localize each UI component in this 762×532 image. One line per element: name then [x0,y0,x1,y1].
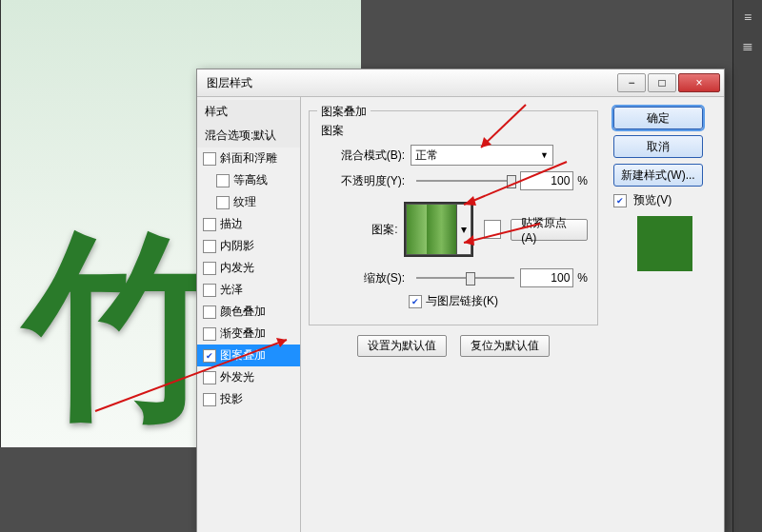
window-close-button[interactable]: × [678,73,720,92]
square-icon: □ [658,76,665,89]
close-icon: × [695,76,702,89]
cancel-button[interactable]: 取消 [613,135,703,158]
opacity-unit: % [577,174,588,187]
preview-swatch [637,216,692,271]
checkbox-bevel[interactable] [203,152,216,166]
list-item-pattern-overlay[interactable]: ✔图案叠加 [197,345,300,366]
blend-mode-value: 正常 [415,148,438,164]
blend-mode-label: 混合模式(B): [319,148,405,164]
pattern-label: 图案: [319,222,398,238]
section-title: 图案叠加 [317,104,371,120]
new-pattern-icon[interactable] [484,220,502,239]
pattern-overlay-fieldset: 图案叠加 图案 混合模式(B): 正常 ▼ 不透明度(Y): 100 % [309,110,598,325]
chevron-down-icon: ▾ [461,223,467,236]
pattern-swatch[interactable] [406,204,457,255]
pattern-dropdown-button[interactable]: ▾ [457,204,471,255]
dialog-buttons-column: 确定 取消 新建样式(W)... ✔ 预览(V) [606,97,724,532]
scale-slider[interactable] [416,269,514,286]
blending-options-header[interactable]: 混合选项:默认 [197,124,300,148]
checkbox-drop-shadow[interactable] [203,393,216,406]
list-item-outer-glow[interactable]: 外发光 [197,366,300,388]
minus-icon: − [628,76,634,89]
opacity-slider[interactable] [416,172,514,189]
checkbox-stroke[interactable] [203,218,216,231]
list-item-inner-shadow[interactable]: 内阴影 [197,235,300,257]
panel-icon-1[interactable]: ≡ [736,6,759,29]
list-item-contour[interactable]: 等高线 [197,169,300,191]
group-label: 图案 [321,123,588,139]
checkbox-color-overlay[interactable] [203,305,216,319]
scale-label: 缩放(S): [319,270,405,286]
list-item-satin[interactable]: 光泽 [197,279,300,301]
ok-button[interactable]: 确定 [613,107,703,129]
effects-list: 样式 混合选项:默认 斜面和浮雕 等高线 纹理 描边 内阴影 内发光 光泽 颜色… [197,97,301,532]
checkbox-gradient-overlay[interactable] [203,327,216,341]
settings-panel: 图案叠加 图案 混合模式(B): 正常 ▼ 不透明度(Y): 100 % [301,97,606,532]
make-default-button[interactable]: 设置为默认值 [357,335,447,357]
list-item-texture[interactable]: 纹理 [197,191,300,213]
checkbox-preview[interactable]: ✔ [613,194,627,207]
list-item-inner-glow[interactable]: 内发光 [197,257,300,279]
text-layer-char: 竹 [25,195,225,464]
snap-to-origin-button[interactable]: 贴紧原点(A) [511,219,588,241]
checkbox-pattern-overlay[interactable]: ✔ [203,349,216,363]
list-item-stroke[interactable]: 描边 [197,213,300,235]
list-item-bevel[interactable]: 斜面和浮雕 [197,148,300,169]
reset-default-button[interactable]: 复位为默认值 [460,335,550,357]
window-minimize-button[interactable]: − [617,73,646,92]
checkbox-inner-glow[interactable] [203,262,216,275]
titlebar: 图层样式 − □ × [197,69,724,97]
new-style-button[interactable]: 新建样式(W)... [613,164,703,187]
layer-style-dialog: 图层样式 − □ × 样式 混合选项:默认 斜面和浮雕 等高线 纹理 描边 内阴… [196,69,725,532]
checkbox-inner-shadow[interactable] [203,240,216,253]
styles-header[interactable]: 样式 [197,100,300,124]
scale-input[interactable]: 100 [520,268,573,287]
list-item-drop-shadow[interactable]: 投影 [197,388,300,410]
link-with-layer-label: 与图层链接(K) [426,293,498,309]
right-toolstrip: ≡ ≣ [732,0,762,532]
chevron-down-icon: ▼ [540,150,549,160]
checkbox-outer-glow[interactable] [203,371,216,384]
window-maximize-button[interactable]: □ [648,73,676,92]
panel-icon-2[interactable]: ≣ [736,34,759,57]
list-item-color-overlay[interactable]: 颜色叠加 [197,301,300,323]
checkbox-contour[interactable] [216,174,230,187]
opacity-label: 不透明度(Y): [319,173,405,189]
checkbox-link-with-layer[interactable]: ✔ [409,295,422,308]
blend-mode-select[interactable]: 正常 ▼ [411,145,553,166]
preview-label: 预览(V) [633,193,672,207]
list-item-gradient-overlay[interactable]: 渐变叠加 [197,323,300,345]
checkbox-satin[interactable] [203,284,216,297]
dialog-title: 图层样式 [201,75,615,91]
checkbox-texture[interactable] [216,196,230,209]
scale-unit: % [577,271,588,285]
opacity-input[interactable]: 100 [520,171,573,190]
